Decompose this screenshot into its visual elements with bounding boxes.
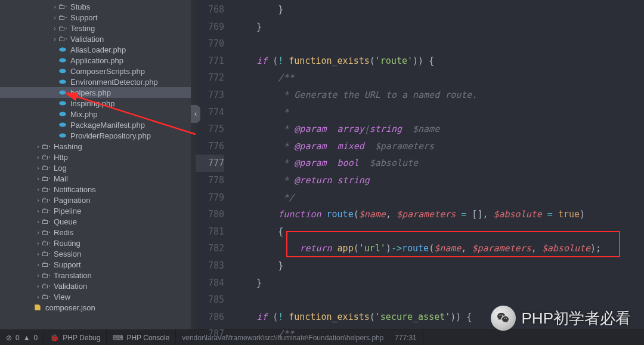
- gutter-line: 780: [196, 206, 224, 223]
- code-content[interactable]: } } if (! function_exists('route')) { /*…: [235, 0, 644, 329]
- folder-icon: [58, 2, 67, 11]
- expand-arrow-icon: ›: [51, 25, 58, 32]
- json-file-icon: [33, 303, 42, 312]
- code-line[interactable]: if (! function_exists('route')) {: [235, 53, 644, 70]
- sidebar-collapse-handle[interactable]: ‹: [191, 105, 200, 123]
- gutter-line: 778: [196, 172, 224, 189]
- tree-item-mix-php[interactable]: Mix.php: [0, 109, 196, 119]
- tree-item-view[interactable]: ›View: [0, 291, 196, 302]
- expand-arrow-icon: ›: [35, 294, 42, 300]
- tree-item-providerrepository-php[interactable]: ProviderRepository.php: [0, 130, 196, 141]
- tree-item-notifications[interactable]: ›Notifications: [0, 184, 196, 195]
- tree-item-log[interactable]: ›Log: [0, 162, 196, 173]
- tree-item-http[interactable]: ›Http: [0, 152, 196, 162]
- tree-item-label: Hashing: [54, 142, 82, 151]
- folder-icon: [42, 249, 50, 258]
- code-line[interactable]: * Generate an asset path for the applica…: [235, 343, 644, 345]
- tree-item-label: EnvironmentDetector.php: [70, 78, 158, 87]
- svg-point-3: [59, 80, 66, 84]
- status-problems[interactable]: ⊘ 0 ▲ 0: [0, 330, 44, 345]
- tree-item-label: Notifications: [54, 185, 96, 194]
- tree-item-composer-json[interactable]: composer.json: [0, 302, 196, 313]
- svg-point-1: [59, 58, 66, 63]
- tree-item-inspiring-php[interactable]: Inspiring.php: [0, 98, 196, 109]
- tree-item-mail[interactable]: ›Mail: [0, 173, 196, 184]
- tree-item-label: View: [54, 292, 70, 301]
- tree-item-queue[interactable]: ›Queue: [0, 216, 196, 227]
- tree-item-environmentdetector-php[interactable]: EnvironmentDetector.php: [0, 76, 196, 87]
- tree-item-translation[interactable]: ›Translation: [0, 270, 196, 281]
- code-line[interactable]: }: [235, 257, 644, 275]
- code-line[interactable]: */: [235, 189, 644, 207]
- svg-point-8: [59, 134, 66, 138]
- expand-arrow-icon: ›: [35, 186, 42, 193]
- tree-item-packagemanifest-php[interactable]: PackageManifest.php: [0, 119, 196, 130]
- tree-item-label: Session: [54, 249, 81, 258]
- gutter-line: 775: [196, 121, 224, 138]
- expand-arrow-icon: ›: [35, 261, 42, 268]
- error-icon: ⊘: [6, 334, 12, 342]
- tree-item-label: Pipeline: [54, 207, 81, 215]
- expand-arrow-icon: ›: [35, 218, 42, 225]
- expand-arrow-icon: ›: [35, 208, 42, 214]
- gutter-line: 779: [196, 189, 224, 207]
- tree-item-label: Support: [70, 13, 98, 22]
- folder-icon: [58, 35, 67, 43]
- tree-item-application-php[interactable]: Application.php: [0, 55, 196, 66]
- code-line[interactable]: * @return string: [235, 172, 644, 189]
- php-file-icon: [58, 45, 67, 54]
- expand-arrow-icon: ›: [51, 4, 58, 10]
- file-explorer[interactable]: ›Stubs›Support›Testing›ValidationAliasLo…: [0, 0, 196, 329]
- code-line[interactable]: /**: [235, 69, 644, 87]
- code-line[interactable]: }: [235, 275, 644, 292]
- tree-item-pagination[interactable]: ›Pagination: [0, 195, 196, 205]
- tree-item-label: Testing: [70, 24, 95, 33]
- folder-icon: [42, 142, 50, 150]
- expand-arrow-icon: ›: [35, 229, 42, 236]
- gutter-line: 771: [196, 53, 224, 70]
- tree-item-composerscripts-php[interactable]: ComposerScripts.php: [0, 66, 196, 76]
- status-console[interactable]: ⌨ PHP Console: [107, 330, 176, 345]
- tree-item-helpers-php[interactable]: helpers.php: [0, 87, 196, 98]
- code-line[interactable]: [235, 35, 644, 53]
- warning-icon: ▲: [23, 334, 30, 342]
- gutter-line: 786: [196, 309, 224, 326]
- tree-item-stubs[interactable]: ›Stubs: [0, 1, 196, 12]
- php-file-icon: [58, 78, 67, 86]
- line-gutter: 7687697707717727737747757767777787797807…: [196, 0, 235, 329]
- code-line[interactable]: *: [235, 104, 644, 121]
- folder-icon: [42, 153, 50, 161]
- tree-item-validation[interactable]: ›Validation: [0, 33, 196, 44]
- code-line[interactable]: * @param bool $absolute: [235, 155, 644, 172]
- tree-item-pipeline[interactable]: ›Pipeline: [0, 205, 196, 216]
- tree-item-hashing[interactable]: ›Hashing: [0, 141, 196, 152]
- tree-item-support[interactable]: ›Support: [0, 12, 196, 23]
- code-line[interactable]: {: [235, 223, 644, 241]
- code-line[interactable]: function route($name, $parameters = [], …: [235, 206, 644, 223]
- code-line[interactable]: * @param mixed $parameters: [235, 138, 644, 155]
- code-line[interactable]: }: [235, 19, 644, 36]
- code-line[interactable]: }: [235, 1, 644, 19]
- tree-item-aliasloader-php[interactable]: AliasLoader.php: [0, 44, 196, 55]
- tree-item-testing[interactable]: ›Testing: [0, 23, 196, 33]
- code-line[interactable]: return app('url')->route($name, $paramet…: [235, 240, 644, 257]
- folder-icon: [42, 271, 50, 279]
- tree-item-routing[interactable]: ›Routing: [0, 238, 196, 248]
- expand-arrow-icon: ›: [35, 283, 42, 289]
- code-line[interactable]: * @param array|string $name: [235, 121, 644, 138]
- code-line[interactable]: * Generate the URL to a named route.: [235, 87, 644, 104]
- gutter-line: 772: [196, 69, 224, 87]
- tree-item-redis[interactable]: ›Redis: [0, 227, 196, 238]
- tree-item-label: Validation: [70, 35, 104, 44]
- tree-item-session[interactable]: ›Session: [0, 248, 196, 259]
- tree-item-label: Routing: [54, 239, 80, 248]
- tree-item-support[interactable]: ›Support: [0, 259, 196, 270]
- gutter-line: 785: [196, 291, 224, 309]
- folder-icon: [42, 228, 50, 236]
- tree-item-label: Application.php: [70, 56, 123, 65]
- tree-item-validation[interactable]: ›Validation: [0, 281, 196, 291]
- status-debug[interactable]: 🐞 PHP Debug: [44, 330, 107, 345]
- folder-icon: [42, 207, 50, 215]
- code-editor[interactable]: 7687697707717727737747757767777787797807…: [196, 0, 644, 329]
- expand-arrow-icon: ›: [35, 251, 42, 257]
